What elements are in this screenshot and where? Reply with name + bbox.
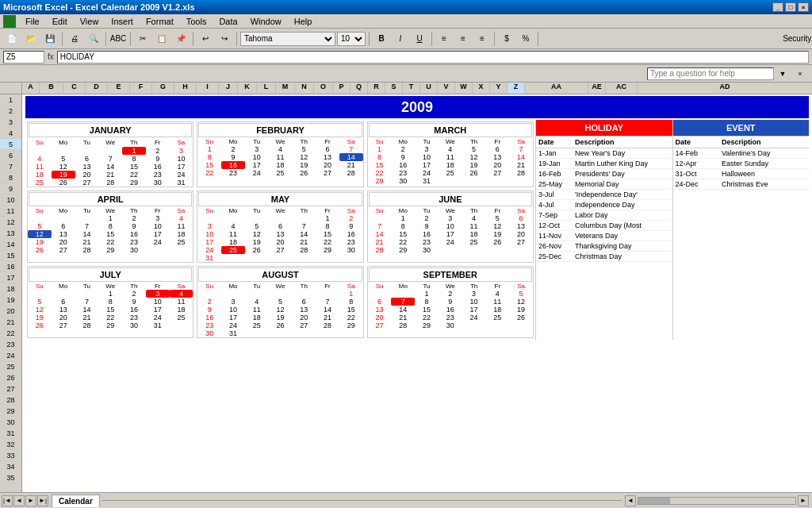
align-right-btn[interactable]: ≡ [473,31,491,47]
list-item: 16-FebPresidents' Day [536,169,672,179]
bold-btn[interactable]: B [373,31,390,47]
day-cell [52,147,75,155]
day-cell: 4 [221,222,245,230]
currency-btn[interactable]: $ [498,31,515,47]
spell-btn[interactable]: ABC [109,31,127,47]
day-cell: 11 [439,153,462,161]
print-btn[interactable]: 🖨 [66,31,83,47]
day-cell [52,214,75,222]
dh-tu: Tu [245,283,269,290]
event-panel-title: EVENT [673,120,810,137]
help-search-btn[interactable]: ▼ [774,66,791,82]
sheet-nav-prev[interactable]: ◄ [13,495,25,506]
list-item: 26-NovThanksgiving Day [536,241,672,252]
col-AA: AA [525,83,588,94]
day-cell: 29 [98,321,122,329]
month-february: FEBRUARY Su Mo Tu We Th Fr Sa [197,121,363,187]
menu-window[interactable]: Window [247,16,285,27]
june-days: 1 2 3 4 5 6 7 8 9 10 11 [368,214,533,254]
holiday-date-cell: 7-Sep [536,210,573,221]
menu-data[interactable]: Data [216,16,240,27]
help-input[interactable] [647,67,774,80]
cut-btn[interactable]: ✂ [134,31,151,47]
day-cell: 1 [368,145,392,153]
day-cell: 18 [485,306,509,314]
sheet-nav-last[interactable]: ►| [37,495,48,506]
dh-tu: Tu [75,207,99,214]
scroll-right[interactable]: ► [798,495,809,506]
day-cell: 17 [462,306,486,314]
day-cell: 10 [462,298,486,306]
percent-btn[interactable]: % [517,31,534,47]
day-cell [52,290,75,298]
day-cell: 20 [75,171,99,179]
copy-btn[interactable]: 📋 [153,31,170,47]
list-item: 31-OctHalloween [673,169,810,179]
day-cell: 31 [146,321,170,329]
minimize-btn[interactable]: _ [772,2,783,12]
month-july: JULY Su Mo Tu We Th Fr Sa [27,266,193,338]
august-days: 1 2 3 4 5 6 7 8 9 10 11 [197,290,362,337]
security-btn[interactable]: Security... [791,31,809,47]
list-item: 4-JulIndependence Day [536,200,672,210]
sheet-nav-next[interactable]: ► [25,495,36,506]
day-cell: 20 [485,161,509,169]
month-june: JUNE Su Mo Tu We Th Fr Sa [367,190,534,263]
menu-file[interactable]: File [22,16,43,27]
col-H: H [174,83,197,94]
menu-help[interactable]: Help [291,16,316,27]
dh-th: Th [462,283,486,290]
close-btn[interactable]: × [798,2,809,12]
formula-input[interactable] [57,51,809,64]
col-M: M [276,83,295,94]
day-cell: 15 [391,230,415,238]
align-center-btn[interactable]: ≡ [454,31,472,47]
horizontal-scrollbar[interactable] [638,497,796,505]
save-btn[interactable]: 💾 [41,31,59,47]
redo-btn[interactable]: ↪ [216,31,233,47]
cell-ref-input[interactable] [3,51,44,64]
day-cell: 24 [439,238,462,246]
dh-sa: Sa [509,138,533,145]
day-cell: 7 [98,155,122,163]
open-btn[interactable]: 📂 [22,31,40,47]
day-cell: 8 [368,153,392,161]
day-cell: 17 [197,238,221,246]
day-cell [368,214,392,222]
day-cell: 2 [391,145,415,153]
align-left-btn[interactable]: ≡ [435,31,453,47]
dh-mo: Mo [391,138,415,145]
restore-btn[interactable]: □ [785,2,796,12]
paste-btn[interactable]: 📌 [172,31,190,47]
sheet-tab-calendar[interactable]: Calendar [52,495,100,507]
day-cell: 3 [146,214,170,222]
day-cell [197,214,221,222]
font-select[interactable]: Tahoma [240,32,335,46]
day-cell: 13 [485,153,509,161]
preview-btn[interactable]: 🔍 [85,31,102,47]
main-content: 1 2 3 4 5 6 7 8 9 10 11 12 13 14 15 16 1… [0,94,812,492]
dh-su: Su [28,138,52,147]
menu-tools[interactable]: Tools [183,16,210,27]
menu-insert[interactable]: Insert [108,16,136,27]
dh-fr: Fr [485,283,509,290]
italic-btn[interactable]: I [392,31,409,47]
day-cell [316,290,339,298]
day-cell: 7 [509,145,533,153]
menu-view[interactable]: View [77,16,102,27]
dh-we: We [439,207,462,214]
dh-su: Su [368,283,392,290]
sep7 [431,32,432,46]
scroll-left[interactable]: ◄ [625,495,636,506]
help-close-btn[interactable]: × [791,66,809,82]
new-btn[interactable]: 📄 [3,31,21,47]
menu-format[interactable]: Format [143,16,177,27]
day-cell: 28 [316,321,339,329]
underline-btn[interactable]: U [411,31,428,47]
day-cell [75,290,99,298]
day-cell: 28 [292,246,316,254]
sheet-nav-first[interactable]: |◄ [2,495,13,506]
font-size-select[interactable]: 10 [337,32,366,46]
menu-edit[interactable]: Edit [49,16,71,27]
undo-btn[interactable]: ↩ [197,31,214,47]
